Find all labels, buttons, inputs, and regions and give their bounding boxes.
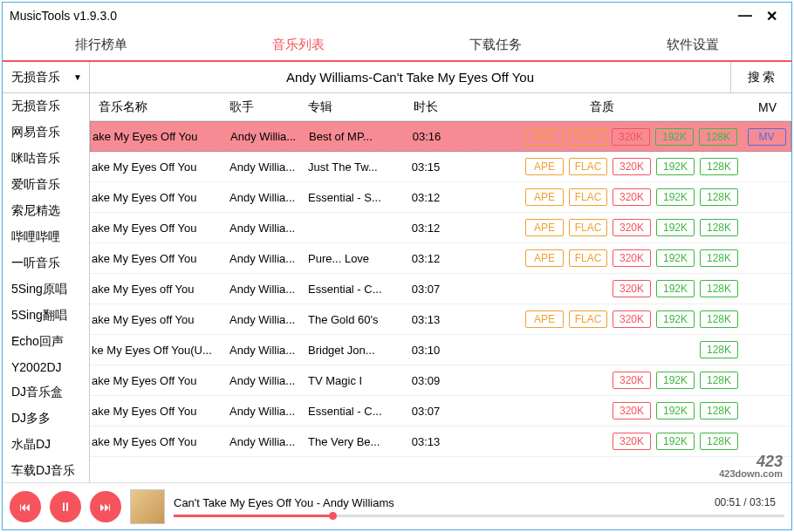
quality-badge-flac[interactable]: FLAC bbox=[569, 310, 607, 328]
dropdown-item[interactable]: 无损音乐 bbox=[3, 93, 89, 119]
quality-badge-128k[interactable]: 128K bbox=[700, 219, 738, 236]
search-bar: 无损音乐 ▼ 搜 索 bbox=[3, 62, 791, 93]
table-row[interactable]: ake My Eyes Off YouAndy Willia...Best of… bbox=[90, 121, 791, 152]
quality-badge-192k[interactable]: 192K bbox=[655, 128, 694, 146]
table-row[interactable]: ake My Eyes Off YouAndy Willia...Essenti… bbox=[90, 396, 791, 426]
dropdown-item[interactable]: 哔哩哔哩 bbox=[3, 224, 89, 250]
quality-badge-128k[interactable]: 128K bbox=[700, 372, 738, 389]
dropdown-item[interactable]: 爱听音乐 bbox=[3, 172, 89, 198]
cell-name: ake My Eyes Off You bbox=[91, 130, 230, 143]
dropdown-item[interactable]: 咪咕音乐 bbox=[3, 146, 89, 172]
dropdown-item[interactable]: 水晶DJ bbox=[3, 432, 89, 458]
quality-badge-320k[interactable]: 320K bbox=[613, 219, 651, 236]
quality-badge-320k[interactable]: 320K bbox=[613, 433, 651, 450]
quality-badge-flac[interactable]: FLAC bbox=[568, 128, 606, 146]
search-button[interactable]: 搜 索 bbox=[730, 62, 791, 92]
cell-quality: APEFLAC320K192K128K bbox=[461, 188, 743, 206]
quality-badge-128k[interactable]: 128K bbox=[700, 280, 738, 297]
quality-badge-320k[interactable]: 320K bbox=[613, 280, 651, 297]
next-button[interactable]: ⏭ bbox=[90, 491, 121, 522]
tab-3[interactable]: 软件设置 bbox=[594, 29, 791, 60]
quality-badge-ape[interactable]: APE bbox=[524, 128, 563, 146]
table-row[interactable]: ake My Eyes Off YouAndy Willia...03:12AP… bbox=[90, 213, 791, 243]
quality-badge-flac[interactable]: FLAC bbox=[569, 188, 607, 206]
quality-badge-ape[interactable]: APE bbox=[525, 219, 564, 236]
quality-badge-128k[interactable]: 128K bbox=[700, 158, 738, 175]
quality-badge-192k[interactable]: 192K bbox=[656, 372, 695, 389]
cell-duration: 03:12 bbox=[391, 252, 461, 265]
quality-badge-ape[interactable]: APE bbox=[525, 188, 564, 206]
table-row[interactable]: ke My Eyes Off You(U...Andy Willia...Bri… bbox=[90, 335, 791, 365]
quality-badge-320k[interactable]: 320K bbox=[613, 402, 651, 419]
dropdown-item[interactable]: 网易音乐 bbox=[3, 119, 89, 146]
table-row[interactable]: ake My Eyes Off YouAndy Willia...Just Th… bbox=[90, 152, 791, 182]
table-body[interactable]: ake My Eyes Off YouAndy Willia...Best of… bbox=[90, 121, 791, 482]
quality-badge-320k[interactable]: 320K bbox=[613, 158, 651, 175]
dropdown-item[interactable]: 5Sing翻唱 bbox=[3, 303, 89, 329]
quality-badge-128k[interactable]: 128K bbox=[700, 249, 738, 267]
quality-badge-192k[interactable]: 192K bbox=[656, 249, 695, 267]
quality-badge-320k[interactable]: 320K bbox=[613, 249, 651, 267]
quality-badge-flac[interactable]: FLAC bbox=[569, 219, 607, 236]
search-input[interactable] bbox=[90, 62, 730, 92]
quality-badge-128k[interactable]: 128K bbox=[700, 341, 738, 358]
quality-badge-192k[interactable]: 192K bbox=[656, 158, 695, 175]
cell-name: ake My Eyes Off You bbox=[90, 222, 229, 235]
quality-badge-192k[interactable]: 192K bbox=[656, 433, 695, 450]
table-row[interactable]: ake My Eyes off YouAndy Willia...Essenti… bbox=[90, 274, 791, 304]
dropdown-item[interactable]: 5Sing原唱 bbox=[3, 276, 89, 303]
quality-badge-192k[interactable]: 192K bbox=[656, 402, 695, 419]
quality-badge-128k[interactable]: 128K bbox=[700, 433, 738, 450]
player-info: Can't Take My Eyes Off You - Andy Willia… bbox=[174, 496, 784, 517]
quality-badge-flac[interactable]: FLAC bbox=[569, 158, 607, 175]
table-row[interactable]: ake My Eyes off YouAndy Willia...The Gol… bbox=[90, 304, 791, 335]
quality-badge-ape[interactable]: APE bbox=[525, 310, 564, 328]
dropdown-item[interactable]: Y2002DJ bbox=[3, 355, 89, 379]
quality-badge-128k[interactable]: 128K bbox=[699, 128, 737, 146]
cell-album: TV Magic I bbox=[308, 374, 391, 387]
table-row[interactable]: ake My Eyes Off YouAndy Willia... Pure..… bbox=[90, 243, 791, 274]
dropdown-item[interactable]: DJ音乐盒 bbox=[3, 379, 89, 406]
quality-badge-192k[interactable]: 192K bbox=[656, 219, 695, 236]
prev-button[interactable]: ⏮ bbox=[10, 491, 41, 522]
cell-artist: Andy Willia... bbox=[229, 160, 308, 174]
quality-badge-ape[interactable]: APE bbox=[525, 249, 564, 267]
progress-knob[interactable] bbox=[329, 512, 337, 520]
progress-bar[interactable] bbox=[174, 515, 784, 517]
minimize-button[interactable]: — bbox=[732, 3, 758, 29]
quality-badge-192k[interactable]: 192K bbox=[656, 188, 695, 206]
quality-badge-ape[interactable]: APE bbox=[525, 158, 564, 175]
quality-badge-320k[interactable]: 320K bbox=[613, 188, 651, 206]
table-row[interactable]: ake My Eyes Off YouAndy Willia... TV Mag… bbox=[90, 365, 791, 396]
mv-badge[interactable]: MV bbox=[748, 128, 786, 146]
close-button[interactable]: ✕ bbox=[758, 3, 784, 29]
quality-badge-192k[interactable]: 192K bbox=[656, 280, 695, 297]
cell-quality: APEFLAC320K192K128K bbox=[461, 219, 743, 236]
source-dropdown[interactable]: 无损音乐 ▼ bbox=[3, 62, 90, 92]
quality-badge-320k[interactable]: 320K bbox=[612, 128, 650, 146]
dropdown-item[interactable]: DJ多多 bbox=[3, 406, 89, 432]
cell-quality: APEFLAC320K192K128K bbox=[461, 249, 743, 267]
dropdown-item[interactable]: 车载DJ音乐 bbox=[3, 458, 89, 482]
pause-button[interactable]: ⏸ bbox=[50, 491, 81, 522]
quality-badge-128k[interactable]: 128K bbox=[700, 402, 738, 419]
tab-1[interactable]: 音乐列表 bbox=[200, 29, 397, 60]
dropdown-item[interactable]: Echo回声 bbox=[3, 329, 89, 355]
tab-2[interactable]: 下载任务 bbox=[397, 29, 594, 60]
quality-badge-flac[interactable]: FLAC bbox=[569, 249, 607, 267]
header-mv: MV bbox=[743, 100, 791, 114]
table-row[interactable]: ake My Eyes Off YouAndy Willia...Essenti… bbox=[90, 182, 791, 213]
quality-badge-320k[interactable]: 320K bbox=[613, 310, 651, 328]
quality-badge-128k[interactable]: 128K bbox=[700, 188, 738, 206]
dropdown-item[interactable]: 索尼精选 bbox=[3, 198, 89, 224]
table-row[interactable]: ake My Eyes Off YouAndy Willia...The Ver… bbox=[90, 426, 791, 457]
cell-quality: APEFLAC320K192K128K bbox=[461, 158, 743, 175]
tab-0[interactable]: 排行榜单 bbox=[3, 29, 200, 60]
cell-album: Just The Tw... bbox=[308, 160, 391, 174]
source-dropdown-menu[interactable]: 无损音乐网易音乐咪咕音乐爱听音乐索尼精选哔哩哔哩一听音乐5Sing原唱5Sing… bbox=[3, 93, 90, 482]
quality-badge-192k[interactable]: 192K bbox=[656, 310, 695, 328]
dropdown-item[interactable]: 一听音乐 bbox=[3, 250, 89, 276]
cell-quality: APEFLAC320K192K128K bbox=[462, 128, 743, 146]
quality-badge-320k[interactable]: 320K bbox=[613, 372, 651, 389]
quality-badge-128k[interactable]: 128K bbox=[700, 310, 738, 328]
